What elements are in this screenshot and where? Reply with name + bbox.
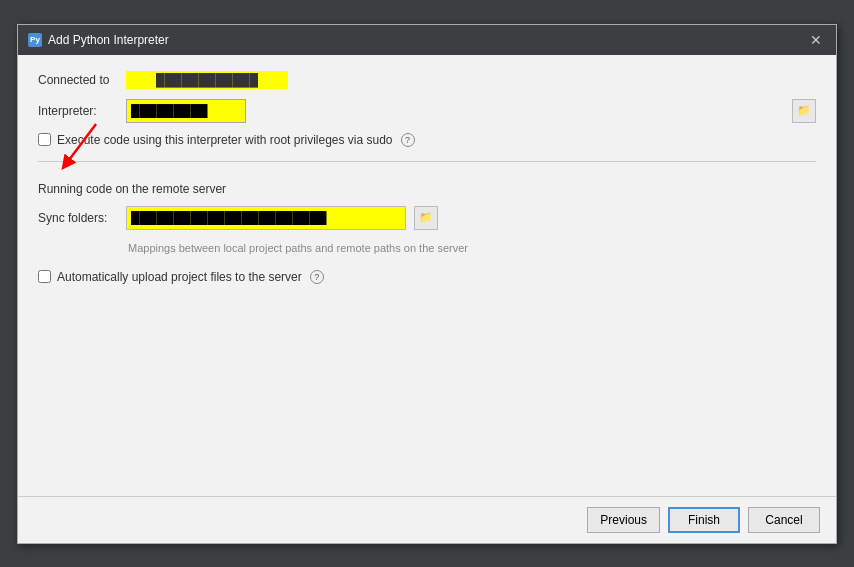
sync-hint-text: Mappings between local project paths and… (128, 242, 816, 254)
sync-folders-label: Sync folders: (38, 211, 118, 225)
add-python-interpreter-dialog: Py Add Python Interpreter ✕ Connected to… (17, 24, 837, 544)
dialog-footer: Previous Finish Cancel (18, 496, 836, 543)
connected-to-row: Connected to ████████████ (38, 71, 816, 89)
interpreter-row: Interpreter: 📁 (38, 99, 816, 123)
close-button[interactable]: ✕ (806, 31, 826, 49)
finish-button[interactable]: Finish (668, 507, 740, 533)
interpreter-label: Interpreter: (38, 104, 118, 118)
auto-upload-checkbox[interactable] (38, 270, 51, 283)
python-icon: Py (28, 33, 42, 47)
sync-browse-icon: 📁 (419, 211, 433, 224)
sync-folders-row: Sync folders: 📁 (38, 206, 816, 230)
auto-upload-label: Automatically upload project files to th… (57, 270, 302, 284)
sync-browse-button[interactable]: 📁 (414, 206, 438, 230)
dialog-title: Add Python Interpreter (48, 33, 169, 47)
sync-folders-input[interactable] (126, 206, 406, 230)
title-bar-left: Py Add Python Interpreter (28, 33, 169, 47)
auto-upload-help-icon[interactable]: ? (310, 270, 324, 284)
connected-value: ████████████ (126, 71, 288, 89)
auto-upload-row: Automatically upload project files to th… (38, 270, 816, 284)
browse-icon: 📁 (797, 104, 811, 117)
cancel-button[interactable]: Cancel (748, 507, 820, 533)
execute-checkbox-label: Execute code using this interpreter with… (57, 133, 393, 147)
interpreter-browse-button[interactable]: 📁 (792, 99, 816, 123)
execute-checkbox[interactable] (38, 133, 51, 146)
separator-1 (38, 161, 816, 162)
dialog-body: Connected to ████████████ Interpreter: 📁 (18, 55, 836, 496)
previous-button[interactable]: Previous (587, 507, 660, 533)
title-bar: Py Add Python Interpreter ✕ (18, 25, 836, 55)
connected-to-label: Connected to (38, 73, 118, 87)
interpreter-input[interactable] (126, 99, 246, 123)
content-spacer (38, 294, 816, 480)
execute-checkbox-row: Execute code using this interpreter with… (38, 133, 816, 147)
remote-section-title: Running code on the remote server (38, 182, 816, 196)
execute-help-icon[interactable]: ? (401, 133, 415, 147)
